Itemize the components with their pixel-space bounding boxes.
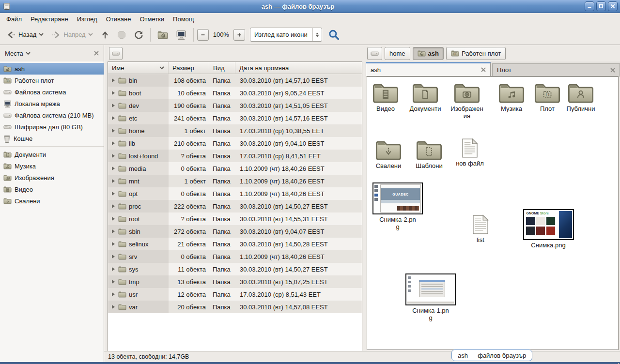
sidebar-item-video[interactable]: Видео [0, 183, 104, 195]
expander-icon[interactable] [112, 116, 115, 120]
expander-icon[interactable] [112, 305, 115, 309]
expander-icon[interactable] [112, 78, 115, 82]
resize-grip[interactable] [617, 359, 618, 360]
sidebar-title[interactable]: Места [5, 50, 23, 57]
table-row-srv[interactable]: srv 0 обекта Папка 1.10.2009 (чт) 18,40,… [108, 250, 362, 263]
table-row-var[interactable]: var 20 обекта Папка 30.03.2010 (вт) 14,5… [108, 301, 362, 313]
table-row-proc[interactable]: proc 222 обекта Папка 30.03.2010 (вт) 14… [108, 200, 362, 212]
sidebar-item-documents[interactable]: Документи [0, 149, 104, 160]
column-header-size[interactable]: Размер [169, 62, 209, 74]
icon-item-videos[interactable]: Видео [368, 82, 403, 112]
icon-item-list[interactable]: list [463, 214, 498, 243]
expander-icon[interactable] [112, 141, 115, 145]
column-header-name[interactable]: Име [108, 62, 169, 74]
menu-item-edit[interactable]: Редактиране [26, 14, 73, 24]
table-row-tmp[interactable]: tmp 13 обекта Папка 30.03.2010 (вт) 15,0… [108, 275, 362, 288]
table-row-dev[interactable]: dev 190 обекта Папка 30.03.2010 (вт) 14,… [108, 99, 362, 112]
icon-item-snimka[interactable]: GNOME Store Снимка.png [523, 209, 574, 249]
sidebar-item-filesystem-210mb[interactable]: Файлова система (210 MB) [0, 109, 104, 121]
stop-button[interactable] [114, 28, 129, 42]
expander-icon[interactable] [112, 129, 115, 133]
table-row-root[interactable]: root ? обекта Папка 30.03.2010 (вт) 14,5… [108, 212, 362, 225]
sidebar-item-trash[interactable]: Кошче [0, 133, 104, 144]
icon-item-new-file[interactable]: нов файл [452, 138, 487, 167]
table-row-lib[interactable]: lib 210 обекта Папка 30.03.2010 (вт) 9,0… [108, 137, 362, 150]
icon-item-documents[interactable]: Документи [408, 82, 443, 112]
expander-icon[interactable] [112, 255, 115, 258]
view-mode-stepper[interactable] [312, 28, 322, 41]
tab-plot[interactable]: Плот [492, 63, 620, 76]
table-row-media[interactable]: media 0 обекта Папка 1.10.2009 (чт) 18,4… [108, 162, 362, 175]
up-button[interactable] [97, 27, 113, 43]
table-row-sys[interactable]: sys 11 обекта Папка 30.03.2010 (вт) 14,5… [108, 263, 362, 275]
sidebar-dropdown-icon[interactable] [26, 52, 31, 55]
home-button[interactable] [154, 28, 171, 42]
sidebar-item-pictures[interactable]: Изображения [0, 172, 104, 183]
table-row-etc[interactable]: etc 241 обекта Папка 30.03.2010 (вт) 14,… [108, 112, 362, 124]
table-row-lost+found[interactable]: lost+found ? обекта Папка 17.03.2010 (ср… [108, 150, 362, 162]
column-header-type[interactable]: Вид [209, 62, 235, 74]
icon-item-templates[interactable]: Шаблони [412, 139, 447, 169]
icon-item-pictures[interactable]: Изображения [450, 82, 484, 120]
taskbar-window-label[interactable]: ash — файлов браузър [451, 349, 532, 361]
maximize-button[interactable] [596, 1, 606, 11]
sidebar-item-music[interactable]: Музика [0, 160, 104, 172]
sidebar-item-encrypted-80gb[interactable]: Шифриран дял (80 GB) [0, 121, 104, 133]
menu-item-bookmarks[interactable]: Отметки [135, 14, 169, 24]
expander-icon[interactable] [112, 104, 115, 107]
search-button[interactable] [327, 28, 341, 42]
zoom-in-button[interactable] [233, 29, 245, 41]
expander-icon[interactable] [112, 204, 115, 208]
table-row-selinux[interactable]: selinux 21 обекта Папка 30.03.2010 (вт) … [108, 238, 362, 250]
forward-dropdown-icon[interactable] [88, 33, 93, 36]
column-header-date[interactable]: Дата на промяна [235, 62, 362, 74]
sidebar-item-downloads[interactable]: Свалени [0, 195, 104, 207]
icon-item-music[interactable]: Музика [494, 82, 529, 112]
minimize-button[interactable] [585, 1, 594, 11]
breadcrumb-root[interactable] [367, 47, 382, 60]
computer-button[interactable] [172, 27, 190, 43]
menu-item-go[interactable]: Отиване [102, 14, 136, 24]
table-row-usr[interactable]: usr 12 обекта Папка 17.03.2010 (ср) 8,51… [108, 288, 362, 301]
sidebar-item-network[interactable]: Локална мрежа [0, 98, 104, 109]
expander-icon[interactable] [112, 192, 115, 196]
breadcrumb-desktop[interactable]: Работен плот [446, 47, 506, 60]
view-mode-select[interactable]: Изглед като икони [250, 28, 322, 42]
back-button[interactable]: Назад [3, 28, 47, 42]
table-row-boot[interactable]: boot 10 обекта Папка 30.03.2010 (вт) 9,0… [108, 87, 362, 99]
breadcrumb-home[interactable]: home [385, 47, 410, 60]
icon-item-desktop[interactable]: Плот [530, 82, 565, 112]
zoom-out-button[interactable] [197, 29, 209, 41]
menu-item-view[interactable]: Изглед [73, 14, 102, 24]
expander-icon[interactable] [112, 167, 115, 170]
breadcrumb-ash[interactable]: ash [413, 47, 444, 60]
sidebar-close-icon[interactable] [94, 51, 99, 56]
expander-icon[interactable] [112, 280, 115, 284]
menu-item-file[interactable]: Файл [2, 14, 26, 24]
sidebar-item-ash[interactable]: ash [0, 63, 104, 75]
expander-icon[interactable] [112, 154, 115, 158]
table-row-home[interactable]: home 1 обект Папка 17.03.2010 (ср) 10,38… [108, 124, 362, 137]
table-row-bin[interactable]: bin 108 обекта Папка 30.03.2010 (вт) 14,… [108, 74, 362, 87]
expander-icon[interactable] [112, 229, 115, 233]
sidebar-item-filesystem[interactable]: Файлова система [0, 86, 104, 98]
expander-icon[interactable] [112, 179, 115, 183]
icon-item-snimka-1[interactable]: Снимка-1.png [405, 273, 456, 322]
tab-close-icon[interactable] [610, 68, 615, 73]
tab-close-icon[interactable] [481, 67, 486, 72]
table-row-opt[interactable]: opt 0 обекта Папка 1.10.2009 (чт) 18,40,… [108, 187, 362, 200]
back-dropdown-icon[interactable] [39, 33, 44, 36]
table-row-sbin[interactable]: sbin 272 обекта Папка 30.03.2010 (вт) 9,… [108, 225, 362, 238]
forward-button[interactable]: Напред [48, 28, 96, 42]
table-row-mnt[interactable]: mnt 1 обект Папка 1.10.2009 (чт) 18,40,2… [108, 175, 362, 187]
icon-item-snimka-2[interactable]: GUADECСнимка-2.png [372, 182, 423, 231]
tree-pane-location-button[interactable] [109, 47, 123, 60]
expander-icon[interactable] [112, 242, 115, 246]
icon-item-downloads[interactable]: Свалени [371, 139, 406, 169]
icon-item-public[interactable]: Публични [563, 82, 598, 112]
close-button[interactable] [608, 1, 618, 11]
reload-button[interactable] [130, 27, 147, 43]
expander-icon[interactable] [112, 217, 115, 221]
expander-icon[interactable] [112, 292, 115, 296]
sidebar-item-desktop[interactable]: Работен плот [0, 75, 104, 86]
